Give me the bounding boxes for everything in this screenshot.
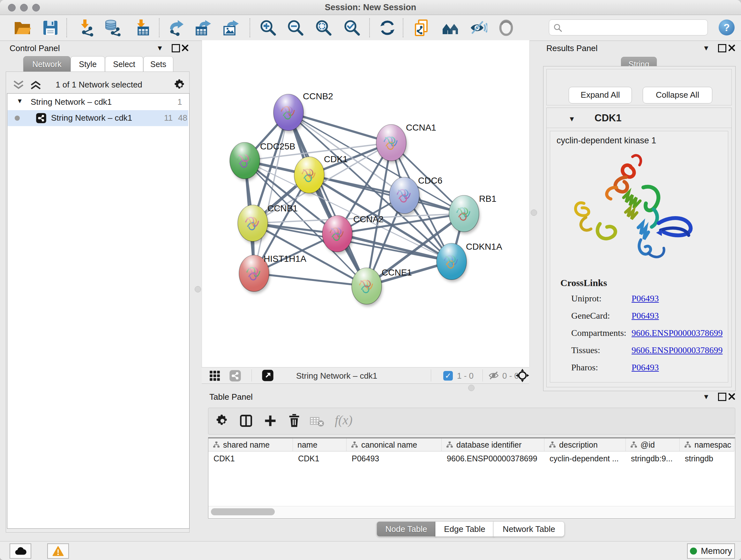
- node-CCNB1[interactable]: [238, 205, 269, 244]
- help-icon[interactable]: ?: [719, 19, 735, 36]
- crosslink-link[interactable]: P06493: [631, 311, 659, 321]
- zoom-out-icon[interactable]: [286, 19, 305, 37]
- toolbar-separator: [66, 18, 67, 37]
- tab-network[interactable]: Network: [23, 56, 71, 72]
- show-columns-icon[interactable]: [239, 414, 253, 428]
- save-session-icon[interactable]: [42, 19, 59, 37]
- column-header-name[interactable]: name: [293, 438, 347, 451]
- tab-select[interactable]: Select: [105, 56, 143, 72]
- selected-count-checkbox[interactable]: ✓: [443, 371, 453, 381]
- import-network-file-icon[interactable]: [77, 19, 95, 37]
- results-panel-maximize-icon[interactable]: [718, 44, 726, 52]
- export-network-icon[interactable]: [167, 19, 185, 37]
- network-canvas-svg[interactable]: CCNB2CCNA1CDC25BCDK1CDC6RB1CCNB1CCNA2CDK…: [202, 40, 529, 367]
- table-cell[interactable]: stringdb:9...: [626, 451, 680, 465]
- toolbar-separator: [369, 18, 370, 37]
- gene-collapse-icon[interactable]: ▼: [568, 115, 576, 123]
- column-header--id[interactable]: @id: [626, 438, 680, 451]
- node-CDC6[interactable]: [389, 177, 420, 216]
- string-view-icon[interactable]: [229, 370, 241, 382]
- crosslink-link[interactable]: P06493: [631, 362, 659, 373]
- node-CCNA1[interactable]: [376, 125, 407, 163]
- string-results-panel: Expand All Collapse All ▼ CDK1 cyclin-de…: [543, 66, 736, 391]
- first-neighbors-icon[interactable]: [441, 19, 459, 37]
- network-row-selected[interactable]: String Network – cdk1 11 48: [8, 110, 188, 126]
- collapse-all-networks-icon[interactable]: [12, 80, 25, 90]
- detach-view-icon[interactable]: [262, 369, 274, 381]
- table-settings-gear-icon[interactable]: [215, 414, 229, 428]
- collection-expand-icon[interactable]: ▼: [17, 98, 23, 105]
- results-panel-close-icon[interactable]: [728, 44, 736, 52]
- network-edge-count: 48: [178, 113, 187, 123]
- network-options-gear-icon[interactable]: [174, 78, 186, 91]
- cloud-status-button[interactable]: [10, 543, 31, 559]
- memory-status-icon: [690, 548, 697, 555]
- bottom-splitter-handle[interactable]: [468, 385, 475, 391]
- tab-node-table[interactable]: Node Table: [377, 521, 436, 537]
- control-panel-close-icon[interactable]: [181, 44, 189, 52]
- table-cell[interactable]: CDK1: [293, 451, 347, 465]
- column-header-database-identifier[interactable]: database identifier: [442, 438, 544, 451]
- collapse-all-button[interactable]: Collapse All: [643, 87, 712, 104]
- tab-style[interactable]: Style: [71, 56, 105, 72]
- memory-button[interactable]: Memory: [687, 543, 735, 559]
- crosslink-link[interactable]: 9606.ENSP00000378699: [631, 345, 723, 355]
- control-panel-maximize-icon[interactable]: [172, 44, 180, 52]
- zoom-selected-icon[interactable]: [343, 19, 361, 37]
- column-header-description[interactable]: description: [544, 438, 626, 451]
- table-cell[interactable]: cyclin-dependent ...: [544, 451, 626, 465]
- left-splitter-handle[interactable]: [195, 286, 201, 293]
- table-cell[interactable]: P06493: [347, 451, 442, 465]
- table-row[interactable]: CDK1CDK1P064939606.ENSP00000378699cyclin…: [208, 451, 734, 465]
- column-header-namespac[interactable]: namespac: [680, 438, 734, 451]
- grid-view-icon[interactable]: [209, 370, 220, 381]
- export-image-icon[interactable]: [222, 19, 240, 37]
- node-CDKN1A[interactable]: [436, 243, 468, 282]
- column-header-canonical-name[interactable]: canonical name: [347, 438, 442, 451]
- refresh-layout-icon[interactable]: [379, 19, 396, 37]
- zoom-fit-icon[interactable]: [315, 19, 333, 37]
- network-collection-row[interactable]: ▼ String Network – cdk1 1: [8, 94, 188, 110]
- delete-column-icon[interactable]: [287, 413, 301, 428]
- table-cell[interactable]: stringdb: [680, 451, 734, 465]
- table-cell[interactable]: 9606.ENSP00000378699: [442, 451, 544, 465]
- crosslink-link[interactable]: P06493: [631, 294, 659, 304]
- node-CCNB2[interactable]: [273, 94, 305, 133]
- table-cell[interactable]: CDK1: [208, 451, 293, 465]
- create-column-icon[interactable]: [263, 414, 277, 428]
- node-CDK1[interactable]: [294, 157, 325, 195]
- hscrollbar-thumb[interactable]: [211, 508, 275, 515]
- hide-selected-icon[interactable]: [469, 19, 487, 37]
- crosslink-link[interactable]: 9606.ENSP00000378699: [631, 328, 723, 338]
- network-selection-status: 1 of 1 Network selected: [38, 80, 159, 90]
- table-panel-float-icon[interactable]: ▼: [703, 393, 710, 401]
- tab-network-table[interactable]: Network Table: [493, 521, 564, 537]
- control-panel-float-icon[interactable]: ▼: [156, 44, 163, 52]
- column-type-icon: [549, 441, 556, 448]
- clone-network-icon[interactable]: [413, 19, 431, 37]
- node-RB1[interactable]: [449, 195, 480, 234]
- search-input[interactable]: [566, 21, 704, 34]
- expand-all-button[interactable]: Expand All: [569, 87, 632, 104]
- table-panel-close-icon[interactable]: [728, 393, 736, 400]
- node-label-RB1: RB1: [479, 194, 496, 204]
- warnings-button[interactable]: [47, 543, 69, 559]
- right-splitter-handle[interactable]: [531, 209, 537, 216]
- birds-eye-toggle-icon[interactable]: [516, 369, 529, 382]
- node-CDC25B[interactable]: [230, 142, 261, 181]
- tab-sets[interactable]: Sets: [143, 56, 173, 72]
- edge-CCNE1-HIST1H1A: [254, 273, 367, 286]
- import-table-file-icon[interactable]: [134, 19, 151, 37]
- tab-edge-table[interactable]: Edge Table: [435, 521, 494, 537]
- network-row-label: String Network – cdk1: [51, 113, 132, 123]
- zoom-in-icon[interactable]: [259, 19, 277, 37]
- table-panel-maximize-icon[interactable]: [718, 393, 726, 401]
- node-CCNA2[interactable]: [322, 215, 353, 254]
- show-all-icon[interactable]: [497, 19, 515, 37]
- import-network-database-icon[interactable]: [105, 19, 122, 37]
- open-session-icon[interactable]: [13, 19, 31, 37]
- column-header-shared-name[interactable]: shared name: [208, 438, 293, 451]
- node-CCNE1[interactable]: [352, 268, 383, 307]
- results-panel-float-icon[interactable]: ▼: [703, 44, 710, 52]
- export-table-icon[interactable]: [194, 19, 212, 37]
